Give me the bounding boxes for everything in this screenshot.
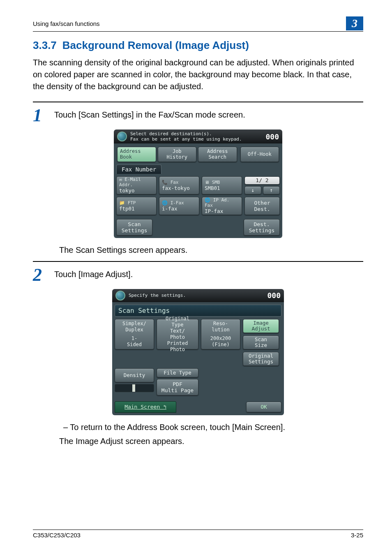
original-settings-button[interactable]: Original Settings [243,352,279,366]
footer-page: 3-25 [351,532,363,539]
main-screen-button[interactable]: Main Screen ↰ [115,401,176,413]
other-dest-button[interactable]: Other Dest. [244,197,280,215]
section-title-text: Background Removal (Image Adjust) [62,39,249,51]
off-hook-button[interactable]: Off-Hook [240,147,279,162]
panel1-hdr-line1: Select desired destination(s). [130,131,265,136]
simplex-duplex-button[interactable]: Simplex/ Duplex 1- Sided [115,319,154,349]
dest-settings-button[interactable]: Dest. Settings [244,219,280,236]
chapter-number: 3 [346,16,363,30]
page-down-button[interactable]: ↓ [244,186,261,194]
screenshot-addressbook: Select desired destination(s). Fax can b… [114,130,282,238]
step2-after: The Image Adjust screen appears. [59,435,363,447]
scan-settings-button[interactable]: Scan Settings [116,219,152,236]
globe-icon [117,132,127,141]
running-header: Using fax/scan functions [33,20,100,27]
fax-number-tab[interactable]: Fax Number [116,164,161,174]
step-number-1: 1 [33,106,47,125]
job-counter: 000 [267,291,281,300]
original-type-button[interactable]: Original Type Text/ Photo Printed Photo [157,319,198,349]
tab-address-book[interactable]: Address Book [117,147,156,162]
file-type-value[interactable]: PDF Multi Page [157,379,198,395]
footer-model: C353/C253/C203 [33,532,81,539]
step-text-1: Touch [Scan Settings] in the Fax/Scan mo… [54,106,245,120]
image-adjust-button[interactable]: Image Adjust [243,319,279,333]
job-counter: 000 [265,132,279,141]
dest-email[interactable]: ✉ E-Mail Addr.tokyo [116,176,157,194]
page-up-button[interactable]: ↑ [263,186,280,194]
panel1-hdr-line2: Fax can be sent at any time using keypad… [130,136,265,142]
screenshot-scansettings: Specify the settings. 000 Scan Settings … [112,289,284,415]
density-button[interactable]: Density [115,368,154,382]
density-indicator-icon [115,384,154,392]
ok-button[interactable]: OK [246,402,281,412]
globe-icon [115,291,125,301]
tab-job-history[interactable]: Job History [158,147,197,162]
dest-ifax[interactable]: 🌐 I-Faxi-fax [159,197,199,215]
dest-ftp[interactable]: 📁 FTPftp01 [116,197,157,215]
step-number-2: 2 [33,266,47,284]
step1-after: The Scan Settings screen appears. [59,244,363,256]
step2-bullet: To return to the Address Book screen, to… [59,421,363,433]
section-number: 3.3.7 [33,39,57,51]
step-text-2: Touch [Image Adjust]. [54,266,133,280]
scan-size-button[interactable]: Scan Size [243,335,279,349]
tab-address-search[interactable]: Address Search [198,147,237,162]
scan-settings-title: Scan Settings [115,305,281,317]
dest-fax[interactable]: 📞 Faxfax-tokyo [159,176,199,194]
intro-paragraph: The scanning density of the original bac… [33,57,363,92]
file-type-label[interactable]: File Type [157,368,198,377]
panel2-header-text: Specify the settings. [129,293,267,298]
section-heading: 3.3.7Background Removal (Image Adjust) [33,39,363,52]
page-indicator: 1/ 2 [244,176,280,185]
dest-smb[interactable]: 🖥 SMBSMB01 [202,176,242,194]
resolution-button[interactable]: Reso- lution 200x200 (Fine) [201,319,240,349]
panel1-header-text: Select desired destination(s). Fax can b… [130,131,265,142]
dest-ipfax[interactable]: 🌐 IP Ad. FaxIP-fax [202,197,242,215]
